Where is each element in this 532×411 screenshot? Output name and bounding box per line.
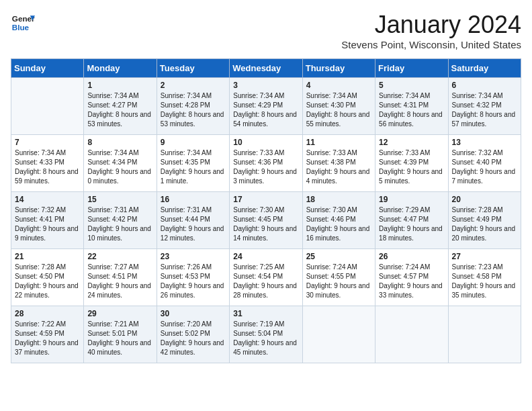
day-number: 8 bbox=[87, 138, 152, 147]
header-saturday: Saturday bbox=[448, 59, 521, 78]
day-info: Sunrise: 7:31 AMSunset: 4:42 PMDaylight:… bbox=[87, 205, 152, 243]
calendar-cell bbox=[302, 306, 375, 363]
calendar-cell: 6Sunrise: 7:34 AMSunset: 4:32 PMDaylight… bbox=[448, 78, 521, 135]
svg-text:Blue: Blue bbox=[12, 23, 30, 32]
day-number: 22 bbox=[87, 252, 152, 261]
calendar-cell: 24Sunrise: 7:25 AMSunset: 4:54 PMDayligh… bbox=[230, 249, 302, 306]
calendar-cell: 31Sunrise: 7:19 AMSunset: 5:04 PMDayligh… bbox=[230, 306, 302, 363]
calendar-cell: 5Sunrise: 7:34 AMSunset: 4:31 PMDaylight… bbox=[375, 78, 448, 135]
calendar-cell: 14Sunrise: 7:32 AMSunset: 4:41 PMDayligh… bbox=[11, 192, 84, 249]
calendar-week-row: 7Sunrise: 7:34 AMSunset: 4:33 PMDaylight… bbox=[11, 135, 521, 192]
calendar-cell bbox=[11, 78, 84, 135]
day-info: Sunrise: 7:34 AMSunset: 4:32 PMDaylight:… bbox=[452, 91, 517, 129]
day-info: Sunrise: 7:20 AMSunset: 5:02 PMDaylight:… bbox=[161, 320, 226, 357]
svg-text:General: General bbox=[12, 14, 35, 23]
day-info: Sunrise: 7:29 AMSunset: 4:47 PMDaylight:… bbox=[379, 205, 444, 243]
day-number: 11 bbox=[306, 138, 371, 147]
calendar-cell: 10Sunrise: 7:33 AMSunset: 4:36 PMDayligh… bbox=[230, 135, 302, 192]
day-number: 13 bbox=[452, 138, 517, 147]
day-number: 2 bbox=[161, 81, 226, 90]
day-info: Sunrise: 7:34 AMSunset: 4:29 PMDaylight:… bbox=[233, 91, 298, 129]
day-number: 12 bbox=[379, 138, 444, 147]
day-number: 28 bbox=[15, 309, 80, 318]
calendar-cell: 23Sunrise: 7:26 AMSunset: 4:53 PMDayligh… bbox=[157, 249, 229, 306]
calendar-cell: 1Sunrise: 7:34 AMSunset: 4:27 PMDaylight… bbox=[84, 78, 157, 135]
day-info: Sunrise: 7:34 AMSunset: 4:31 PMDaylight:… bbox=[379, 91, 444, 129]
day-info: Sunrise: 7:23 AMSunset: 4:58 PMDaylight:… bbox=[452, 263, 517, 300]
logo: General Blue bbox=[11, 11, 35, 35]
day-info: Sunrise: 7:34 AMSunset: 4:33 PMDaylight:… bbox=[15, 148, 80, 186]
day-info: Sunrise: 7:32 AMSunset: 4:41 PMDaylight:… bbox=[15, 205, 80, 243]
day-info: Sunrise: 7:34 AMSunset: 4:27 PMDaylight:… bbox=[87, 91, 152, 129]
day-number: 27 bbox=[452, 252, 517, 261]
day-number: 20 bbox=[452, 195, 517, 204]
calendar-cell: 13Sunrise: 7:32 AMSunset: 4:40 PMDayligh… bbox=[448, 135, 521, 192]
day-info: Sunrise: 7:26 AMSunset: 4:53 PMDaylight:… bbox=[161, 263, 226, 300]
month-title: January 2024 bbox=[341, 11, 521, 39]
day-number: 17 bbox=[233, 195, 298, 204]
calendar-cell: 8Sunrise: 7:34 AMSunset: 4:34 PMDaylight… bbox=[84, 135, 157, 192]
day-info: Sunrise: 7:21 AMSunset: 5:01 PMDaylight:… bbox=[87, 320, 152, 357]
day-info: Sunrise: 7:34 AMSunset: 4:28 PMDaylight:… bbox=[161, 91, 226, 129]
calendar-week-row: 21Sunrise: 7:28 AMSunset: 4:50 PMDayligh… bbox=[11, 249, 521, 306]
day-number: 18 bbox=[306, 195, 371, 204]
page-header: General Blue January 2024 Stevens Point,… bbox=[11, 11, 521, 50]
day-info: Sunrise: 7:30 AMSunset: 4:46 PMDaylight:… bbox=[306, 205, 371, 243]
calendar-cell: 30Sunrise: 7:20 AMSunset: 5:02 PMDayligh… bbox=[157, 306, 229, 363]
calendar-cell: 16Sunrise: 7:31 AMSunset: 4:44 PMDayligh… bbox=[157, 192, 229, 249]
calendar-cell: 20Sunrise: 7:28 AMSunset: 4:49 PMDayligh… bbox=[448, 192, 521, 249]
day-number: 1 bbox=[87, 81, 152, 90]
day-info: Sunrise: 7:22 AMSunset: 4:59 PMDaylight:… bbox=[15, 320, 80, 357]
calendar-cell: 12Sunrise: 7:33 AMSunset: 4:39 PMDayligh… bbox=[375, 135, 448, 192]
day-info: Sunrise: 7:34 AMSunset: 4:34 PMDaylight:… bbox=[87, 148, 152, 186]
calendar-cell: 21Sunrise: 7:28 AMSunset: 4:50 PMDayligh… bbox=[11, 249, 84, 306]
header-wednesday: Wednesday bbox=[230, 59, 302, 78]
day-number: 5 bbox=[379, 81, 444, 90]
calendar-cell: 11Sunrise: 7:33 AMSunset: 4:38 PMDayligh… bbox=[302, 135, 375, 192]
day-number: 26 bbox=[379, 252, 444, 261]
calendar-cell: 26Sunrise: 7:24 AMSunset: 4:57 PMDayligh… bbox=[375, 249, 448, 306]
day-info: Sunrise: 7:34 AMSunset: 4:30 PMDaylight:… bbox=[306, 91, 371, 129]
day-number: 16 bbox=[161, 195, 226, 204]
day-number: 14 bbox=[15, 195, 80, 204]
logo-icon: General Blue bbox=[11, 11, 35, 35]
day-number: 21 bbox=[15, 252, 80, 261]
day-number: 31 bbox=[233, 309, 298, 318]
title-block: January 2024 Stevens Point, Wisconsin, U… bbox=[341, 11, 521, 50]
day-number: 7 bbox=[15, 138, 80, 147]
day-info: Sunrise: 7:32 AMSunset: 4:40 PMDaylight:… bbox=[452, 148, 517, 186]
day-number: 19 bbox=[379, 195, 444, 204]
day-number: 6 bbox=[452, 81, 517, 90]
day-info: Sunrise: 7:33 AMSunset: 4:38 PMDaylight:… bbox=[306, 148, 371, 186]
calendar-cell bbox=[375, 306, 448, 363]
calendar-cell: 19Sunrise: 7:29 AMSunset: 4:47 PMDayligh… bbox=[375, 192, 448, 249]
calendar-header-row: SundayMondayTuesdayWednesdayThursdayFrid… bbox=[11, 59, 521, 78]
day-number: 29 bbox=[87, 309, 152, 318]
calendar-cell: 27Sunrise: 7:23 AMSunset: 4:58 PMDayligh… bbox=[448, 249, 521, 306]
day-info: Sunrise: 7:19 AMSunset: 5:04 PMDaylight:… bbox=[233, 320, 298, 357]
day-info: Sunrise: 7:30 AMSunset: 4:45 PMDaylight:… bbox=[233, 205, 298, 243]
day-number: 3 bbox=[233, 81, 298, 90]
calendar-cell: 4Sunrise: 7:34 AMSunset: 4:30 PMDaylight… bbox=[302, 78, 375, 135]
header-friday: Friday bbox=[375, 59, 448, 78]
calendar-cell: 22Sunrise: 7:27 AMSunset: 4:51 PMDayligh… bbox=[84, 249, 157, 306]
header-thursday: Thursday bbox=[302, 59, 375, 78]
day-number: 4 bbox=[306, 81, 371, 90]
calendar-cell: 29Sunrise: 7:21 AMSunset: 5:01 PMDayligh… bbox=[84, 306, 157, 363]
calendar-cell: 3Sunrise: 7:34 AMSunset: 4:29 PMDaylight… bbox=[230, 78, 302, 135]
calendar-week-row: 28Sunrise: 7:22 AMSunset: 4:59 PMDayligh… bbox=[11, 306, 521, 363]
calendar-cell: 25Sunrise: 7:24 AMSunset: 4:55 PMDayligh… bbox=[302, 249, 375, 306]
day-info: Sunrise: 7:33 AMSunset: 4:39 PMDaylight:… bbox=[379, 148, 444, 186]
day-number: 9 bbox=[161, 138, 226, 147]
day-number: 15 bbox=[87, 195, 152, 204]
day-number: 24 bbox=[233, 252, 298, 261]
day-info: Sunrise: 7:34 AMSunset: 4:35 PMDaylight:… bbox=[161, 148, 226, 186]
day-info: Sunrise: 7:24 AMSunset: 4:55 PMDaylight:… bbox=[306, 263, 371, 300]
calendar-cell: 7Sunrise: 7:34 AMSunset: 4:33 PMDaylight… bbox=[11, 135, 84, 192]
calendar-week-row: 14Sunrise: 7:32 AMSunset: 4:41 PMDayligh… bbox=[11, 192, 521, 249]
day-info: Sunrise: 7:33 AMSunset: 4:36 PMDaylight:… bbox=[233, 148, 298, 186]
day-info: Sunrise: 7:27 AMSunset: 4:51 PMDaylight:… bbox=[87, 263, 152, 300]
day-info: Sunrise: 7:25 AMSunset: 4:54 PMDaylight:… bbox=[233, 263, 298, 300]
calendar-table: SundayMondayTuesdayWednesdayThursdayFrid… bbox=[11, 58, 521, 363]
location: Stevens Point, Wisconsin, United States bbox=[341, 39, 521, 50]
